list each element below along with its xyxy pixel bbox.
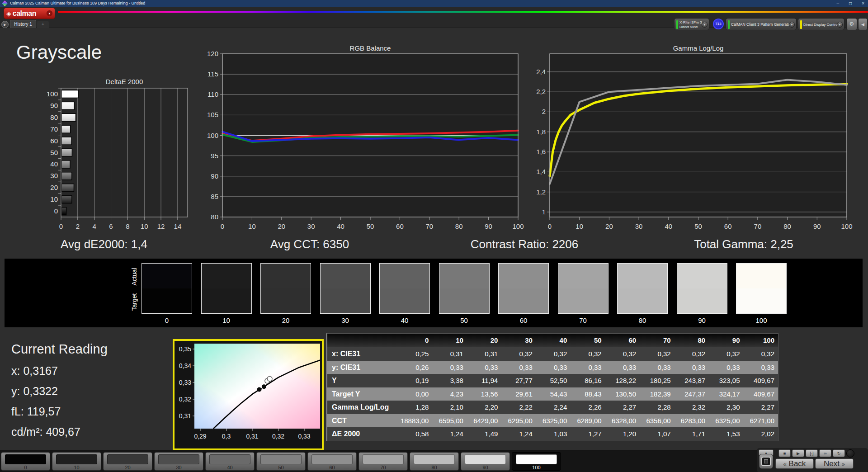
pattern-patch-button-50[interactable]: 50: [256, 452, 306, 471]
tab-scroll-button[interactable]: ▶: [1, 21, 9, 28]
tab-history-1[interactable]: History 1: [10, 20, 36, 28]
table-cell: 6356,00: [640, 414, 674, 428]
close-icon[interactable]: ×: [862, 0, 864, 7]
page-title: Grayscale: [16, 42, 102, 63]
display-control-button[interactable]: Direct Display Control ▼: [798, 18, 844, 30]
svg-text:0: 0: [221, 222, 224, 230]
table-row-label: Target Y: [327, 387, 398, 401]
pattern-patch-button-100[interactable]: 100: [512, 452, 561, 471]
pattern-patch-button-30[interactable]: 30: [154, 452, 203, 471]
pattern-patch-button-0[interactable]: 0: [1, 452, 50, 471]
table-cell: 2,24: [536, 401, 571, 414]
meter-mode-badge[interactable]: 713: [713, 19, 724, 29]
tab-add-button[interactable]: +: [37, 21, 49, 28]
pattern-patch-button-80[interactable]: 80: [410, 452, 459, 471]
patch-color-chip: [363, 454, 404, 464]
patch-label: 90: [461, 465, 509, 470]
chevrons-right-icon: »: [842, 461, 845, 467]
patch-color-chip: [158, 454, 199, 464]
table-row: ΔE 20000,581,241,491,241,031,271,201,071…: [327, 427, 778, 441]
patch-color-chip: [107, 454, 148, 464]
pattern-patch-button-90[interactable]: 90: [461, 452, 510, 471]
svg-text:90: 90: [813, 222, 821, 230]
table-cell: 86,16: [571, 374, 605, 387]
svg-text:0,32: 0,32: [272, 433, 284, 440]
meter-select-button[interactable]: X-Rite i1Pro 3Direct View ▼: [674, 18, 709, 30]
status-light: [846, 449, 854, 458]
pattern-window-toggle[interactable]: [759, 454, 773, 469]
svg-text:0,31: 0,31: [179, 412, 191, 420]
reading-y: y: 0,3322: [11, 385, 58, 398]
table-cell: 18883,00: [398, 414, 432, 428]
svg-text:10: 10: [576, 222, 583, 230]
svg-text:20: 20: [605, 222, 613, 230]
svg-text:10: 10: [248, 222, 256, 230]
table-cell: 0,33: [675, 361, 709, 374]
pattern-patch-button-70[interactable]: 70: [359, 452, 408, 471]
grayscale-swatch-30: [320, 263, 371, 314]
pattern-patch-button-40[interactable]: 40: [205, 452, 255, 471]
table-cell: 2,30: [709, 401, 743, 414]
table-row-label: CCT: [327, 414, 398, 428]
minimize-icon[interactable]: –: [837, 0, 840, 7]
svg-text:50: 50: [367, 222, 374, 230]
table-cell: 4,23: [432, 387, 467, 401]
table-cell: 0,32: [744, 347, 778, 361]
table-cell: 324,17: [709, 387, 743, 401]
table-column-header: 40: [536, 334, 571, 347]
swatch-level-label: 60: [498, 316, 549, 324]
table-cell: 1,24: [432, 427, 467, 441]
svg-text:100: 100: [47, 90, 58, 98]
patch-label: 40: [206, 465, 254, 470]
target-row-label: Target: [131, 293, 138, 311]
table-cell: 6429,00: [467, 414, 501, 428]
window-title: Calman 2025 Calman Ultimate for Business…: [10, 0, 145, 7]
table-cell: 2,28: [640, 401, 674, 414]
svg-text:70: 70: [50, 125, 58, 133]
play-button[interactable]: ▶: [792, 449, 804, 457]
svg-text:80: 80: [783, 222, 791, 230]
gear-icon: ⚙: [849, 21, 854, 27]
loop-button[interactable]: ↻: [833, 449, 845, 457]
pattern-generator-button[interactable]: CalMAN Client 3 Pattern Generator ▼: [726, 18, 797, 30]
table-cell: 1,49: [467, 427, 501, 441]
collapse-toolbar-button[interactable]: ◀: [858, 18, 868, 30]
svg-text:60: 60: [724, 222, 732, 230]
patch-label: 60: [308, 465, 356, 470]
svg-text:40: 40: [50, 160, 58, 168]
titlebar: Calman 2025 Calman Ultimate for Business…: [0, 0, 868, 7]
calman-diamond-icon: ◈: [6, 10, 11, 17]
back-button[interactable]: « Back: [775, 458, 814, 469]
chevrons-left-icon: «: [783, 461, 787, 467]
table-cell: 1,27: [571, 427, 605, 441]
calman-menu-button[interactable]: ◈ calman ▼: [4, 8, 55, 19]
single-measure-button[interactable]: [·]: [806, 449, 818, 457]
pattern-patch-button-60[interactable]: 60: [307, 452, 357, 471]
settings-button[interactable]: ⚙: [846, 18, 857, 30]
svg-text:100: 100: [841, 222, 852, 230]
table-cell: 2,27: [744, 401, 778, 414]
chevron-left-icon: ◀: [861, 22, 864, 27]
svg-text:80: 80: [211, 213, 218, 221]
table-cell: 0,32: [605, 347, 640, 361]
calman-logo-text: calman: [13, 9, 47, 18]
swatch-level-label: 30: [320, 316, 371, 324]
table-cell: 0,33: [605, 361, 640, 374]
stop-button[interactable]: ■: [778, 449, 791, 457]
table-column-header: 20: [467, 334, 501, 347]
patch-color-chip: [516, 454, 557, 464]
grayscale-swatch-40: [379, 263, 430, 314]
continuous-button[interactable]: ∞: [819, 449, 831, 457]
svg-text:1: 1: [542, 208, 546, 216]
table-cell: 2,26: [571, 401, 605, 414]
pattern-patch-button-20[interactable]: 20: [103, 452, 152, 471]
table-row-label: Gamma Log/Log: [327, 401, 398, 414]
patch-color-chip: [260, 454, 302, 464]
reading-fl: fL: 119,57: [11, 405, 61, 418]
swatch-level-label: 80: [617, 316, 668, 324]
table-cell: 2,27: [605, 401, 640, 414]
maximize-icon[interactable]: □: [849, 0, 852, 7]
patch-color-chip: [209, 454, 250, 464]
pattern-patch-button-10[interactable]: 10: [52, 452, 101, 471]
next-button[interactable]: Next »: [815, 458, 854, 469]
